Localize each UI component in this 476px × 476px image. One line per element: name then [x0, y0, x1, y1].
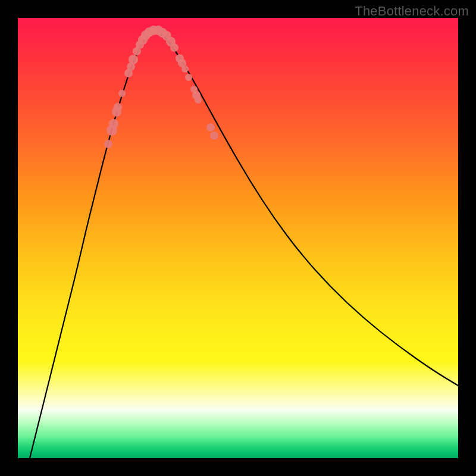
curve-markers: [104, 26, 218, 148]
curve-marker: [185, 74, 192, 81]
curve-marker: [118, 90, 126, 97]
watermark-text: TheBottleneck.com: [355, 4, 469, 19]
curve-marker: [129, 55, 138, 64]
curve-marker: [195, 96, 202, 104]
curve-marker: [210, 131, 218, 140]
curve-marker: [114, 103, 122, 111]
plot-area: [18, 18, 458, 458]
curve-marker: [104, 140, 112, 148]
bottleneck-curve: [30, 32, 458, 458]
curve-marker: [170, 43, 178, 52]
curve-marker: [206, 123, 215, 131]
curve-marker: [181, 65, 189, 73]
curve-marker: [109, 119, 118, 129]
chart-container: TheBottleneck.com: [0, 0, 476, 476]
chart-svg: [18, 18, 458, 458]
